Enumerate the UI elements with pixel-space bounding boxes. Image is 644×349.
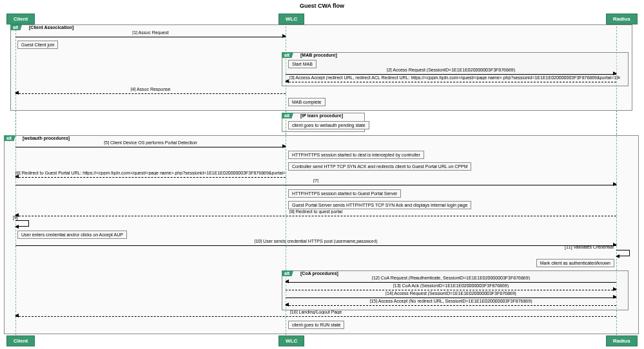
alt-label-iplearn: alt <box>282 113 293 118</box>
msg-5-portal-detection: [5] Client Device OS performs Portal Det… <box>15 142 286 148</box>
msg-12-coa-request: [12] CoA Request (Reauthenticate, Sessio… <box>286 277 616 283</box>
participant-client-top: Client <box>6 14 35 24</box>
group-title-webauth: [webauth procedures] <box>23 136 70 140</box>
alt-label-mab: alt <box>282 52 293 58</box>
msg-2-access-request: [2] Access Request (SessionID=1E1E1E0200… <box>286 69 616 75</box>
note-webauth-pending: client goes to webauth pending state <box>288 121 369 129</box>
msg-16-landing: [16] Landing/Logout Page <box>15 311 616 317</box>
note-guest-ack: Guest Portal Server sends HTTP/HTTPS TCP… <box>288 201 471 209</box>
msg-8-redirect-guest: [8] Redirect to guest portal <box>15 211 616 217</box>
msg-15-access-accept: [15] Access Accept (No redirect URL, Ses… <box>286 300 616 307</box>
participant-wlc-top: WLC <box>278 14 304 24</box>
msg-7: [7] <box>15 180 616 186</box>
note-user-enters: User enters credential and/or clicks on … <box>17 231 127 239</box>
msg-13-coa-ack: [13] CoA Ack (SessionID=1E1E1E020000003F… <box>286 285 616 291</box>
msg-4-assoc-response: [4] Assoc Response <box>15 88 286 95</box>
group-title-iplearn: [IP learn procedure] <box>300 113 343 118</box>
msg-14-access-request: [14] Access Request (SessionID=1E1E1E020… <box>286 292 616 299</box>
alt-label: alt <box>10 24 22 30</box>
note-http-guest: HTTP/HTTPS session started to Guest Port… <box>288 189 401 198</box>
msg-6-redirect-url: [6] Redirect to Guest Portal URL: https:… <box>15 172 286 178</box>
note-mark-auth: Mark client as authenticated/known <box>536 259 614 267</box>
msg-1-assoc-request: [1] Assoc Request <box>15 32 286 38</box>
participant-wlc-bot: WLC <box>278 335 304 346</box>
participant-radius-top: Radius <box>606 14 638 24</box>
group-title-mab: [MAB procedure] <box>300 53 337 57</box>
note-http-intercept: HTTP/HTTPS session started to dest is in… <box>288 151 424 159</box>
note-guest-client-join: Guest Client join <box>17 41 58 49</box>
group-title-coa: [CoA procedures] <box>300 271 338 276</box>
participant-client-bot: Client <box>6 335 35 346</box>
alt-label-webauth: alt <box>4 135 15 141</box>
note-mab-complete: MAB complete <box>288 98 326 106</box>
group-title-assoc: [Client Assocication] <box>29 25 73 30</box>
diagram-title: Guest CWA flow <box>0 0 644 10</box>
msg-10-credentials: [10] User sends credential HTTPS post (u… <box>15 240 616 247</box>
participant-radius-bot: Radius <box>606 335 638 346</box>
note-run-state: client goes to RUN state <box>288 321 344 329</box>
msg-3-access-accept: [3] Access Accept (redirect URL, redirec… <box>286 77 616 83</box>
note-ctrl-redirect: Controller send HTTP TCP SYN ACK and red… <box>288 162 471 171</box>
